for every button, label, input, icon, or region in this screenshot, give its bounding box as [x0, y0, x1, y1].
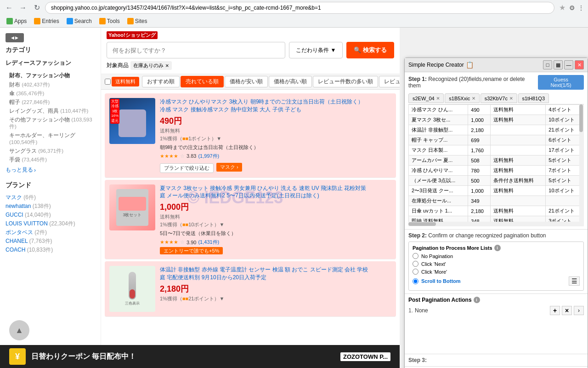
- scroll-bar-vertical[interactable]: [579, 104, 584, 226]
- brand-pontabese[interactable]: ポンタベス (2件): [6, 228, 95, 237]
- bookmark-search[interactable]: Search: [64, 17, 95, 25]
- subcategory-umbrella[interactable]: 傘 (365,476件): [9, 89, 95, 98]
- minimize-btn[interactable]: —: [564, 60, 573, 69]
- click-more-radio[interactable]: [413, 269, 418, 275]
- product-points-2: 1%獲得（■■10ポイント）▼: [160, 221, 391, 228]
- sort-tab-recommended[interactable]: おすすめ順: [142, 76, 180, 87]
- action-expand-btn[interactable]: ›: [574, 306, 584, 315]
- post-pagination-info-icon[interactable]: i: [474, 297, 480, 303]
- star-rating-1: 3.83: [187, 153, 196, 159]
- pagination-title: Pagination to Process More Lists i: [413, 245, 580, 251]
- free-shipping-checkbox[interactable]: [105, 79, 111, 85]
- main-category-link[interactable]: レディースファッション: [6, 58, 95, 68]
- guess-next-button[interactable]: Guess Next(1/5): [538, 75, 584, 90]
- brand-coach[interactable]: COACH (10,833件): [6, 246, 95, 254]
- no-pagination-radio[interactable]: [413, 253, 418, 259]
- product-image-1[interactable]: 大型冷感3枚16%還元: [109, 98, 155, 144]
- brand-gucci[interactable]: GUCCI (14,040件): [6, 211, 95, 219]
- review-count-2[interactable]: (1,431件): [198, 239, 219, 246]
- bookmark-apps[interactable]: Apps: [4, 17, 29, 25]
- subcategory-wallets[interactable]: 財布、ファッション小物: [9, 71, 95, 80]
- forward-button[interactable]: →: [17, 2, 28, 13]
- action-add-btn[interactable]: +: [550, 306, 560, 315]
- url-bar[interactable]: [45, 2, 554, 14]
- step2-section: Step 2: Confirm or change recognized pag…: [405, 230, 588, 294]
- action-delete-btn[interactable]: ×: [562, 306, 572, 315]
- brand-filter-tag[interactable]: ブランドで絞り込む: [160, 163, 214, 173]
- table-cell: （メール便 3点以...: [409, 176, 468, 186]
- entry-tag[interactable]: エントリーで誰でも+5%: [160, 247, 223, 254]
- field-tab-s2EW04[interactable]: s2EW_04 ×: [408, 93, 444, 103]
- product-stars-1: ★★★★☆ 3.83 (1,997件): [160, 153, 391, 160]
- sort-tab-cheap[interactable]: 価格が安い順: [225, 76, 268, 87]
- tile-btn[interactable]: ▦: [554, 60, 563, 69]
- search-bookmark-icon: [67, 18, 73, 24]
- field-tab-s1tH81Q3[interactable]: s1tH81Q3: [518, 93, 549, 103]
- sort-tab-reviews-many[interactable]: レビュー件数の多い順: [313, 76, 378, 87]
- scroll-bar-horizontal[interactable]: [408, 222, 579, 226]
- step1-section: Step 1: Recognized (20)fields,rename or …: [405, 72, 588, 230]
- field-tab-s1B5Xxic[interactable]: s1B5Xxic ×: [445, 93, 479, 103]
- free-shipping-tab[interactable]: 送料無料: [112, 77, 139, 86]
- product-title-2[interactable]: 夏マスク 3枚セット 接触冷感 男女兼用 ひんやり 洗える 速乾 UV 飛沫防止…: [160, 184, 391, 200]
- tab-close-3[interactable]: ×: [509, 95, 513, 102]
- product-title-3[interactable]: 体温計 非接触型 赤外線 電子温度計 センサー 検温 額 おでこ スピード測定 …: [160, 266, 391, 282]
- sort-tab-popular[interactable]: 売れている順: [181, 76, 224, 87]
- tab-close-2[interactable]: ×: [472, 95, 475, 102]
- reload-button[interactable]: ↻: [31, 2, 42, 13]
- filter-tag-close[interactable]: ×: [165, 62, 169, 69]
- back-to-top-button[interactable]: ▲: [9, 320, 29, 340]
- expand-btn[interactable]: □: [543, 60, 552, 69]
- filter-button[interactable]: こだわり条件 ▼: [289, 42, 343, 58]
- mask-brand-tag[interactable]: マスク ›: [216, 163, 242, 172]
- subcategory-sunglasses[interactable]: サングラス (96,371件): [9, 147, 95, 155]
- thermometer-img: 三色表示: [116, 270, 148, 307]
- bookmark-sites[interactable]: Sites: [124, 17, 150, 25]
- star-icon-1: ★★★★: [160, 153, 178, 159]
- pagination-info-icon[interactable]: i: [494, 245, 501, 251]
- subcategory-rain[interactable]: レイングッズ、雨具 (110,447件): [9, 107, 95, 115]
- search-input[interactable]: [107, 42, 285, 58]
- more-categories[interactable]: もっと見る ›: [6, 166, 95, 174]
- data-table: 冷感マスク ひん...490送料無料4ポイント夏マスク 3枚セ...1,000送…: [408, 104, 584, 226]
- bookmark-tools[interactable]: Tools: [96, 17, 123, 25]
- table-cell: 2〜3日発送 クー...: [409, 186, 468, 196]
- back-button[interactable]: ←: [4, 2, 15, 13]
- field-tab-s32KbV7c[interactable]: s32KbV7c ×: [481, 93, 517, 103]
- scroll-bottom-radio[interactable]: [413, 278, 418, 284]
- brand-lv[interactable]: LOUIS VUITTON (22,304件): [6, 219, 95, 228]
- bookmark-entries[interactable]: Entries: [31, 17, 62, 25]
- pagination-list-icon-btn[interactable]: ☰: [569, 276, 580, 286]
- table-cell: 10ポイント: [546, 115, 584, 125]
- brand-chanel[interactable]: CHANEL (7,763件): [6, 237, 95, 246]
- brand-newhattan[interactable]: newhattan (138件): [6, 202, 95, 211]
- scroll-thumb-v[interactable]: [579, 104, 583, 132]
- product-title-1[interactable]: 冷感マスク ひんやりマスク 3枚入り 朝9時までのご注文は当日出荷（土日祝除く）…: [160, 98, 391, 114]
- tab-close-1[interactable]: ×: [436, 95, 440, 102]
- scroll-thumb-h[interactable]: [408, 222, 436, 226]
- sort-tab-expensive[interactable]: 価格が高い順: [269, 76, 312, 87]
- subcategory-gloves[interactable]: 手袋 (73,445件): [9, 155, 95, 164]
- product-image-2[interactable]: 3枚セット: [109, 184, 155, 230]
- subcategory-other[interactable]: その他ファッション小物 (103,593件): [9, 115, 95, 131]
- sort-tabs: 送料無料 おすすめ順 売れている順 価格が安い順 価格が高い順 レビュー件数の多…: [101, 74, 400, 90]
- search-button[interactable]: 🔍 検索する: [346, 42, 394, 58]
- subcategory-wallet[interactable]: 財布 (402,437件): [9, 80, 95, 89]
- fields-table-wrap[interactable]: 冷感マスク ひん...490送料無料4ポイント夏マスク 3枚セ...1,000送…: [408, 104, 584, 226]
- brand-mask[interactable]: マスク (6件): [6, 193, 95, 202]
- click-next-label: Click 'Next': [421, 261, 446, 267]
- close-btn[interactable]: ✕: [575, 60, 584, 69]
- recipe-panel-title: Simple Recipe Creator: [408, 62, 464, 68]
- product-price-2: 1,000円: [160, 201, 391, 213]
- table-cell: 送料無料: [490, 155, 546, 166]
- review-count-1[interactable]: (1,997件): [198, 153, 219, 160]
- table-cell: 送料無料: [490, 105, 546, 115]
- product-image-3[interactable]: 三色表示: [109, 266, 155, 312]
- sort-tab-reviews-score[interactable]: レビュー点数の高い順: [379, 76, 400, 87]
- table-row: （メール便 3点以...500条件付き送料無料5ポイント: [409, 176, 584, 186]
- subcategory-keychain[interactable]: キーホルダー、キーリング (100,540件): [9, 131, 95, 147]
- click-next-radio[interactable]: [413, 261, 418, 267]
- subcategory-hat[interactable]: 帽子 (227,846件): [9, 98, 95, 107]
- browser-bar: ← → ↻ ★ ⚙ ⋮ Apps Entries Search Tools Si…: [0, 0, 588, 28]
- table-row: 日傘 uvカット 1...2,180送料無料21ポイント: [409, 206, 584, 216]
